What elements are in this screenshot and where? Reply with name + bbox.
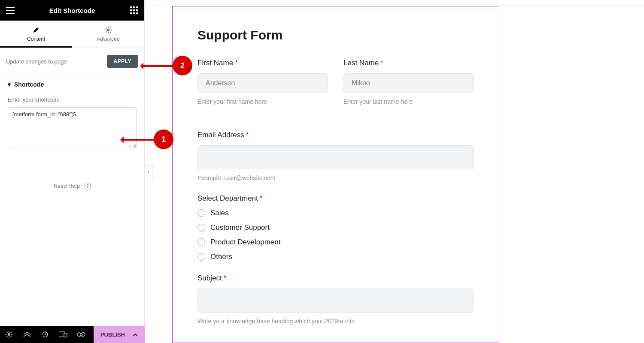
- tab-content[interactable]: Content: [0, 21, 72, 48]
- panel-spacer: [0, 198, 144, 343]
- need-help-link[interactable]: Need Help ?: [0, 176, 144, 198]
- responsive-icon[interactable]: [54, 326, 72, 343]
- history-icon[interactable]: [36, 326, 54, 343]
- chevron-up-icon: [133, 331, 138, 338]
- svg-rect-0: [130, 6, 132, 8]
- last-name-label: Last Name*: [343, 59, 474, 67]
- svg-rect-1: [133, 6, 135, 8]
- publish-button[interactable]: PUBLISH: [94, 326, 145, 343]
- subject-help: Write your knowledge base heading which …: [197, 318, 474, 325]
- subject-label: Subject*: [197, 274, 474, 283]
- email-label: Email Address*: [197, 131, 474, 139]
- apply-label: Update changes to page: [6, 58, 107, 65]
- editor-footer: PUBLISH: [0, 326, 145, 343]
- email-label-text: Email Address: [197, 131, 244, 139]
- svg-rect-8: [136, 12, 138, 14]
- preview-icon[interactable]: [72, 326, 90, 343]
- section-toggle-shortcode[interactable]: ▾ Shortcode: [8, 81, 137, 88]
- radio-label: Product Development: [210, 238, 280, 247]
- radio-sales[interactable]: Sales: [197, 209, 474, 217]
- apply-button[interactable]: APPLY: [107, 55, 138, 68]
- editor-title: Edit Shortcode: [17, 7, 127, 14]
- selected-widget-frame[interactable]: Support Form First Name* Enter your firs…: [172, 6, 499, 343]
- shortcode-input[interactable]: [8, 107, 137, 148]
- tab-advanced-label: Advanced: [97, 36, 119, 42]
- navigator-icon[interactable]: [18, 326, 36, 343]
- tab-advanced[interactable]: Advanced: [72, 21, 144, 48]
- radio-icon: [197, 224, 205, 232]
- first-name-block: First Name* Enter your first name here: [197, 59, 328, 105]
- caret-down-icon: ▾: [8, 81, 11, 88]
- svg-point-13: [80, 334, 82, 336]
- last-name-label-text: Last Name: [343, 59, 379, 67]
- svg-point-10: [8, 333, 10, 336]
- email-block: Email Address* Example: user@website.com: [197, 131, 474, 181]
- shortcode-section: ▾ Shortcode Enter your shortcode: [0, 75, 144, 150]
- department-label: Select Department*: [197, 194, 474, 203]
- svg-rect-12: [64, 333, 67, 337]
- section-title: Shortcode: [14, 81, 44, 88]
- email-input[interactable]: [197, 145, 474, 169]
- radio-product-development[interactable]: Product Development: [197, 238, 474, 247]
- radio-label: Sales: [210, 209, 229, 217]
- subject-block: Subject* Write your knowledge base headi…: [197, 274, 474, 325]
- last-name-block: Last Name* Enter your last name here: [343, 59, 474, 105]
- apply-row: Update changes to page APPLY: [0, 48, 144, 75]
- required-asterisk: *: [380, 59, 383, 67]
- required-asterisk: *: [246, 131, 249, 139]
- form-title: Support Form: [197, 28, 474, 42]
- publish-label: PUBLISH: [100, 331, 125, 338]
- canvas-top-divider: [145, 0, 644, 6]
- svg-rect-3: [130, 9, 132, 11]
- tab-content-label: Content: [27, 36, 45, 42]
- help-icon: ?: [84, 183, 91, 190]
- svg-rect-2: [136, 6, 138, 8]
- first-name-label: First Name*: [197, 59, 328, 67]
- email-help: Example: user@website.com: [197, 175, 474, 181]
- editor-panel: Edit Shortcode Content Advanced Update c…: [0, 0, 145, 343]
- last-name-help: Enter your last name here: [343, 98, 474, 105]
- settings-icon[interactable]: [0, 326, 18, 343]
- subject-input[interactable]: [197, 289, 474, 313]
- svg-rect-4: [133, 9, 135, 11]
- editor-topbar: Edit Shortcode: [0, 0, 144, 21]
- subject-label-text: Subject: [197, 274, 222, 282]
- department-radio-list: Sales Customer Support Product Developme…: [197, 209, 474, 261]
- radio-label: Others: [210, 253, 232, 261]
- department-label-text: Select Department: [197, 194, 258, 202]
- svg-point-9: [107, 29, 109, 31]
- first-name-label-text: First Name: [197, 59, 233, 67]
- pencil-icon: [0, 27, 72, 33]
- svg-rect-5: [136, 9, 138, 11]
- menu-icon[interactable]: [3, 3, 17, 17]
- required-asterisk: *: [235, 59, 238, 67]
- radio-customer-support[interactable]: Customer Support: [197, 223, 474, 232]
- radio-icon: [197, 238, 205, 246]
- widgets-grid-icon[interactable]: [127, 3, 141, 17]
- svg-rect-7: [133, 12, 135, 14]
- first-name-help: Enter your first name here: [197, 98, 328, 105]
- first-name-input[interactable]: [197, 73, 328, 93]
- last-name-input[interactable]: [343, 73, 474, 93]
- gear-icon: [72, 27, 144, 33]
- radio-icon: [197, 253, 205, 261]
- need-help-label: Need Help: [53, 183, 79, 189]
- radio-label: Customer Support: [210, 223, 270, 232]
- radio-icon: [197, 209, 205, 217]
- editor-tabs: Content Advanced: [0, 21, 144, 48]
- department-block: Select Department* Sales Customer Suppor…: [197, 194, 474, 261]
- svg-rect-6: [130, 12, 132, 14]
- required-asterisk: *: [260, 194, 263, 202]
- required-asterisk: *: [224, 274, 227, 282]
- support-form: Support Form First Name* Enter your firs…: [173, 6, 499, 343]
- preview-canvas: Support Form First Name* Enter your firs…: [145, 0, 644, 343]
- radio-others[interactable]: Others: [197, 253, 474, 261]
- shortcode-field-label: Enter your shortcode: [8, 96, 137, 103]
